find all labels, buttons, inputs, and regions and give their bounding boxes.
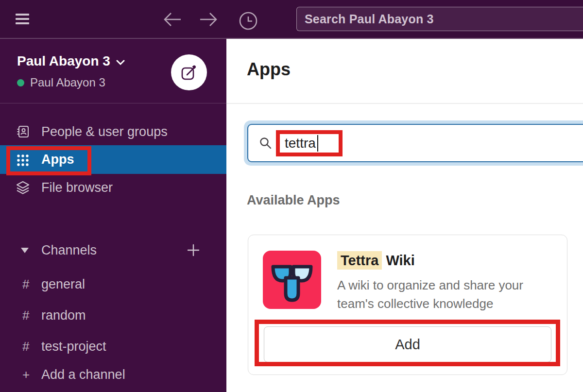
apps-page: Apps tettra Available Apps — [226, 39, 583, 392]
channels-section-header[interactable]: Channels — [0, 239, 226, 261]
add-channel-plus-icon[interactable] — [187, 243, 200, 257]
history-forward-icon[interactable] — [198, 9, 219, 30]
compose-pencil-icon — [180, 63, 198, 82]
app-search-focus-ring: tettra — [244, 120, 583, 166]
text-cursor — [317, 135, 318, 152]
available-apps-label: Available Apps — [247, 193, 340, 208]
history-clock-icon[interactable] — [238, 11, 258, 31]
channel-name: random — [41, 308, 86, 323]
app-name: TettraWiki — [337, 253, 415, 269]
hash-icon: # — [22, 277, 29, 292]
plus-icon: + — [22, 367, 30, 382]
hash-icon: # — [22, 308, 29, 323]
chevron-down-icon — [116, 60, 125, 66]
hash-icon: # — [22, 339, 29, 354]
app-search-input[interactable]: tettra — [247, 124, 583, 162]
sidebar: Paul Abayon 3 Paul Abayon 3 People & use… — [0, 39, 226, 392]
sidebar-item-people[interactable]: People & user groups — [0, 118, 226, 145]
compose-button[interactable] — [171, 54, 207, 90]
workspace-search-bar[interactable]: Search Paul Abayon 3 — [296, 7, 583, 31]
search-query-text: tettra — [285, 136, 316, 151]
layers-icon — [16, 181, 30, 194]
sidebar-item-label: People & user groups — [41, 124, 168, 139]
add-app-button[interactable]: Add — [264, 326, 551, 362]
workspace-menu-button[interactable]: Paul Abayon 3 — [17, 53, 125, 69]
add-channel-label: Add a channel — [41, 367, 125, 382]
header-divider — [226, 103, 583, 104]
search-icon — [259, 136, 272, 150]
channel-name: general — [41, 277, 85, 292]
history-back-icon[interactable] — [162, 9, 183, 30]
workspace-name: Paul Abayon 3 — [17, 53, 110, 69]
sidebar-item-label: Apps — [41, 152, 74, 167]
workspace-search-text: Search Paul Abayon 3 — [305, 12, 434, 26]
sidebar-item-apps[interactable]: Apps — [0, 145, 226, 174]
annotation-box-search-query: tettra — [276, 130, 343, 156]
hamburger-menu-icon[interactable] — [16, 13, 29, 25]
page-title: Apps — [247, 59, 291, 80]
tettra-logo — [263, 251, 321, 309]
address-book-icon — [16, 125, 30, 138]
channel-test-project[interactable]: # test-project — [0, 336, 226, 357]
channel-name: test-project — [41, 339, 106, 354]
sidebar-item-file-browser[interactable]: File browser — [0, 174, 226, 201]
channels-header-label: Channels — [41, 243, 97, 258]
top-bar: Search Paul Abayon 3 — [0, 0, 583, 39]
app-card-tettra: TettraWiki A wiki to organize and share … — [248, 235, 567, 375]
sidebar-divider — [0, 103, 226, 103]
channel-general[interactable]: # general — [0, 273, 226, 295]
chevron-expanded-icon — [21, 248, 29, 253]
apps-grid-icon — [16, 153, 30, 167]
add-button-label: Add — [395, 337, 420, 353]
add-a-channel-button[interactable]: + Add a channel — [0, 364, 226, 385]
user-name: Paul Abayon 3 — [30, 76, 105, 89]
app-name-match-highlight: Tettra — [337, 251, 382, 270]
app-description: A wiki to organize and share your team's… — [337, 276, 545, 313]
app-name-rest: Wiki — [386, 253, 414, 268]
user-presence-row[interactable]: Paul Abayon 3 — [17, 76, 105, 89]
channel-random[interactable]: # random — [0, 305, 226, 326]
sidebar-item-label: File browser — [41, 180, 113, 195]
slack-window: Search Paul Abayon 3 Paul Abayon 3 Paul … — [0, 0, 583, 392]
presence-active-dot — [17, 79, 24, 86]
